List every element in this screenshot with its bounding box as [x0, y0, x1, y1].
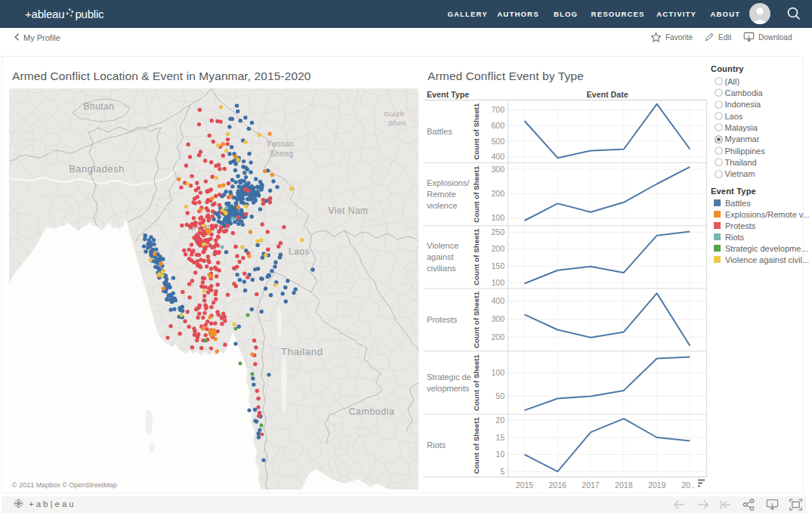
- svg-text:600: 600: [491, 121, 505, 130]
- svg-text:20: 20: [496, 416, 505, 425]
- svg-text:Protests: Protests: [427, 315, 458, 324]
- svg-text:150: 150: [491, 261, 505, 270]
- svg-text:Strategic de: Strategic de: [427, 372, 471, 382]
- svg-text:500: 500: [491, 137, 505, 146]
- svg-text:Shen: Shen: [388, 119, 406, 127]
- svg-text:2016: 2016: [549, 480, 567, 490]
- svg-text:Remote: Remote: [427, 190, 456, 199]
- svg-text:200: 200: [491, 332, 505, 341]
- svg-text:Bangladesh: Bangladesh: [69, 163, 125, 175]
- svg-text:700: 700: [491, 105, 505, 114]
- svg-text:Count of Sheet1: Count of Sheet1: [472, 165, 480, 223]
- svg-text:Laos: Laos: [289, 246, 310, 257]
- svg-text:Event Type: Event Type: [427, 90, 469, 99]
- svg-text:2019: 2019: [648, 480, 666, 490]
- svg-text:10: 10: [496, 450, 505, 459]
- svg-text:Bhutan: Bhutan: [83, 101, 114, 112]
- svg-text:50: 50: [496, 391, 505, 400]
- svg-text:against: against: [427, 252, 453, 261]
- svg-text:15: 15: [496, 433, 505, 442]
- svg-text:5: 5: [500, 467, 505, 476]
- svg-text:© 2021 Mapbox © OpenStreetMap: © 2021 Mapbox © OpenStreetMap: [12, 481, 117, 489]
- svg-text:Battles: Battles: [427, 127, 452, 136]
- svg-text:2018: 2018: [615, 480, 633, 490]
- svg-text:Thailand: Thailand: [281, 346, 323, 357]
- svg-text:200: 200: [491, 244, 505, 253]
- svg-text:Count of Sheet1: Count of Sheet1: [472, 354, 480, 411]
- svg-text:Guizh: Guizh: [384, 110, 404, 118]
- svg-text:400: 400: [491, 152, 505, 161]
- svg-text:Count of Sheet1: Count of Sheet1: [472, 291, 480, 348]
- svg-text:400: 400: [491, 296, 505, 305]
- svg-text:100: 100: [491, 278, 505, 287]
- svg-text:Violence: Violence: [427, 241, 458, 250]
- svg-text:100: 100: [491, 213, 505, 222]
- svg-text:300: 300: [491, 165, 505, 174]
- svg-text:velopments: velopments: [427, 384, 470, 393]
- svg-text:250: 250: [491, 227, 505, 236]
- svg-text:Count of Sheet1: Count of Sheet1: [472, 417, 480, 474]
- svg-text:200: 200: [491, 189, 505, 198]
- svg-text:Event Date: Event Date: [586, 90, 628, 99]
- svg-text:Count of Sheet1: Count of Sheet1: [472, 103, 480, 160]
- svg-text:2017: 2017: [582, 480, 600, 490]
- svg-text:Count of Sheet1: Count of Sheet1: [472, 228, 480, 286]
- svg-text:2015: 2015: [516, 480, 534, 490]
- svg-text:100: 100: [491, 368, 505, 377]
- svg-text:Cambodia: Cambodia: [349, 406, 395, 417]
- svg-text:Explosions/: Explosions/: [427, 178, 470, 187]
- svg-text:civilians: civilians: [427, 264, 456, 273]
- svg-text:300: 300: [491, 314, 505, 323]
- svg-text:Viet Nam: Viet Nam: [328, 205, 368, 216]
- svg-text:Riots: Riots: [427, 440, 446, 450]
- svg-text:20..: 20..: [681, 480, 695, 490]
- svg-text:violence: violence: [427, 201, 457, 210]
- svg-text:Sheng: Sheng: [270, 150, 293, 158]
- svg-text:Yunnan: Yunnan: [267, 140, 295, 148]
